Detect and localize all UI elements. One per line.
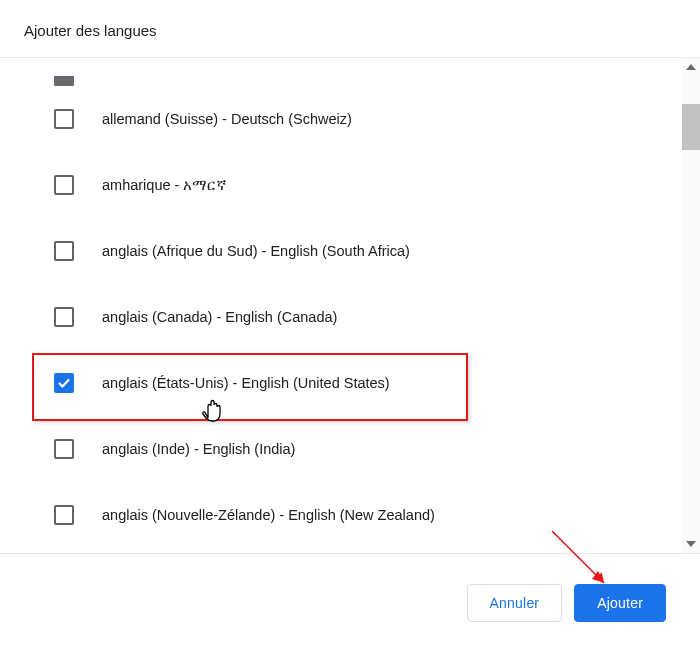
language-label[interactable]: anglais (États-Unis) - English (United S… xyxy=(102,375,390,391)
language-label[interactable]: anglais (Inde) - English (India) xyxy=(102,441,295,457)
list-item-partial-above xyxy=(40,58,682,86)
scroll-up-icon[interactable] xyxy=(685,58,697,76)
checkbox-icon[interactable] xyxy=(54,373,74,393)
cancel-button[interactable]: Annuler xyxy=(467,584,563,622)
language-label[interactable]: amharique - አማርኛ xyxy=(102,177,227,194)
checkbox-icon[interactable] xyxy=(54,505,74,525)
language-label[interactable]: anglais (Afrique du Sud) - English (Sout… xyxy=(102,243,410,259)
checkbox-icon[interactable] xyxy=(54,307,74,327)
checkbox-icon xyxy=(54,76,74,86)
checkbox-icon[interactable] xyxy=(54,241,74,261)
scroll-down-icon[interactable] xyxy=(685,535,697,553)
language-list-scroll-region: allemand (Suisse) - Deutsch (Schweiz) am… xyxy=(0,58,700,554)
language-label[interactable]: anglais (Canada) - English (Canada) xyxy=(102,309,337,325)
list-item[interactable]: anglais (Nouvelle-Zélande) - English (Ne… xyxy=(40,482,682,548)
checkbox-icon[interactable] xyxy=(54,109,74,129)
language-list: allemand (Suisse) - Deutsch (Schweiz) am… xyxy=(0,58,682,553)
scroll-thumb[interactable] xyxy=(682,104,700,150)
list-item[interactable]: anglais (Canada) - English (Canada) xyxy=(40,284,682,350)
dialog-footer: Annuler Ajouter xyxy=(0,559,700,647)
list-item[interactable]: anglais (États-Unis) - English (United S… xyxy=(40,350,682,416)
scrollbar[interactable] xyxy=(682,58,700,553)
language-label[interactable]: allemand (Suisse) - Deutsch (Schweiz) xyxy=(102,111,352,127)
checkbox-icon[interactable] xyxy=(54,439,74,459)
pointer-cursor-icon xyxy=(201,394,225,422)
add-button[interactable]: Ajouter xyxy=(574,584,666,622)
list-item[interactable]: anglais (Inde) - English (India) xyxy=(40,416,682,482)
list-item[interactable]: allemand (Suisse) - Deutsch (Schweiz) xyxy=(40,86,682,152)
checkbox-icon[interactable] xyxy=(54,175,74,195)
dialog-title: Ajouter des langues xyxy=(0,0,700,58)
language-label[interactable]: anglais (Nouvelle-Zélande) - English (Ne… xyxy=(102,507,435,523)
list-item[interactable]: anglais (Afrique du Sud) - English (Sout… xyxy=(40,218,682,284)
list-item[interactable]: amharique - አማርኛ xyxy=(40,152,682,218)
